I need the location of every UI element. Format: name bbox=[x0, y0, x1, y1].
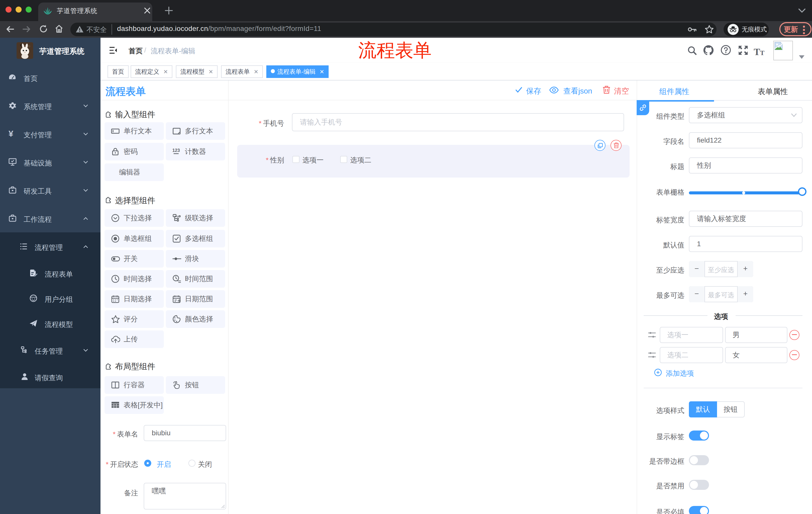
svg-text:123: 123 bbox=[172, 148, 180, 153]
